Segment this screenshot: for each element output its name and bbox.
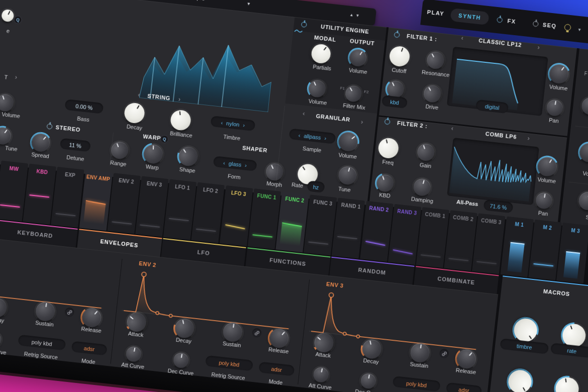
- tab-fx[interactable]: FX: [507, 18, 516, 25]
- mod-tab-viz: [503, 238, 529, 274]
- mod-tab-viz: [166, 201, 192, 237]
- mod-tab-label: FUNC 2: [281, 195, 309, 204]
- mod-tab-label: LFO 1: [169, 183, 197, 191]
- mod-tab-viz: [419, 228, 444, 264]
- tab-play[interactable]: PLAY: [427, 9, 444, 17]
- mod-tab-viz: [531, 241, 557, 277]
- filter1-pan-label: Pan: [549, 117, 559, 124]
- mod-tab-viz: [222, 207, 248, 243]
- mod-tab-label: LFO 2: [197, 186, 225, 195]
- tab-seq[interactable]: SEQ: [542, 22, 557, 29]
- mod-tab-label: M 1: [506, 220, 533, 229]
- mod-tab-viz: [363, 222, 388, 258]
- mod-tab-viz: [391, 225, 417, 261]
- mod-tab-label: COMB 1: [421, 211, 449, 220]
- mod-tab-viz: [475, 235, 501, 271]
- mod-tab-viz: [194, 204, 220, 240]
- filter-mix-f2-label: F2: [364, 89, 369, 94]
- mod-tab-viz: [335, 219, 360, 255]
- right-edge-f-label: F: [584, 70, 587, 76]
- granular-tune-label: Tune: [338, 185, 351, 193]
- mod-tab-label: COMB 2: [449, 214, 477, 223]
- env1-decay-label: Decay: [0, 316, 5, 324]
- engine-dropdown-chevron-icon[interactable]: ▾: [247, 1, 250, 6]
- bass-label: Bass: [77, 116, 90, 123]
- mod-tab-viz: [250, 210, 276, 246]
- filter2-pan-label: Pan: [538, 210, 548, 217]
- mod-tab-label: FUNC 1: [253, 192, 280, 201]
- fx-power-icon[interactable]: [497, 17, 503, 23]
- engine-prev-next-arrows-icon[interactable]: ▲▼: [349, 12, 362, 18]
- mod-tab-label: RAND 1: [337, 202, 365, 210]
- mod-tab-label: M 2: [534, 224, 561, 232]
- granular-rate-label: Rate: [291, 181, 304, 188]
- nav-chevron-down-icon[interactable]: ▾: [578, 26, 581, 32]
- mod-tab-label: KBD: [28, 168, 56, 176]
- mod-tab-label: FUNC 3: [309, 199, 337, 207]
- left-edge-t-label: T: [4, 74, 8, 80]
- mod-tab-viz: [559, 244, 585, 280]
- left-edge-tune-label: Tune: [5, 145, 18, 152]
- mod-tab-label: COMB 3: [477, 217, 505, 226]
- tab-synth[interactable]: SYNTH: [450, 8, 489, 25]
- mod-tab-viz: [278, 213, 304, 249]
- mod-tab-label: ENV 2: [113, 177, 140, 185]
- mod-tab-label: RAND 3: [394, 208, 421, 217]
- filter2-gain-label: Gain: [419, 162, 431, 169]
- wave-icon: [294, 28, 304, 35]
- mod-tab-viz: [307, 216, 332, 252]
- mod-tab-viz: [54, 188, 79, 224]
- synth-ui: ENGINE 2 : Sample ▾ ▲▼ PLAY SYNTH FX SEQ…: [0, 0, 588, 392]
- mod-tab-label: LFO 3: [225, 189, 252, 198]
- engine-value: Sample: [184, 0, 206, 2]
- mod-tab-label: EXP: [56, 171, 84, 179]
- mod-tab-viz: [82, 191, 108, 227]
- seq-power-icon[interactable]: [533, 21, 539, 27]
- mod-tab-label: ENV AMP: [84, 174, 112, 182]
- mod-tab-label: RAND 2: [365, 205, 393, 214]
- filter2-kbd-label: KBD: [379, 191, 391, 199]
- mod-tab-viz: [110, 194, 136, 230]
- mod-tab-label: MW: [0, 164, 28, 173]
- left-edge-label-fragment: e: [6, 28, 10, 34]
- mod-tab-viz: [138, 198, 164, 234]
- mod-tab-viz: [447, 231, 472, 267]
- filter2-curve-display[interactable]: [447, 138, 539, 205]
- mod-tab-viz: [0, 182, 24, 218]
- filter-mix-f1-label: F1: [340, 85, 345, 90]
- mod-tab-label: M 3: [562, 227, 588, 235]
- filter2-freq-label: Freq: [382, 159, 394, 166]
- lightbulb-icon[interactable]: [564, 24, 571, 31]
- mod-tab-viz: [26, 185, 51, 221]
- mod-tab-label: ENV 3: [141, 180, 168, 188]
